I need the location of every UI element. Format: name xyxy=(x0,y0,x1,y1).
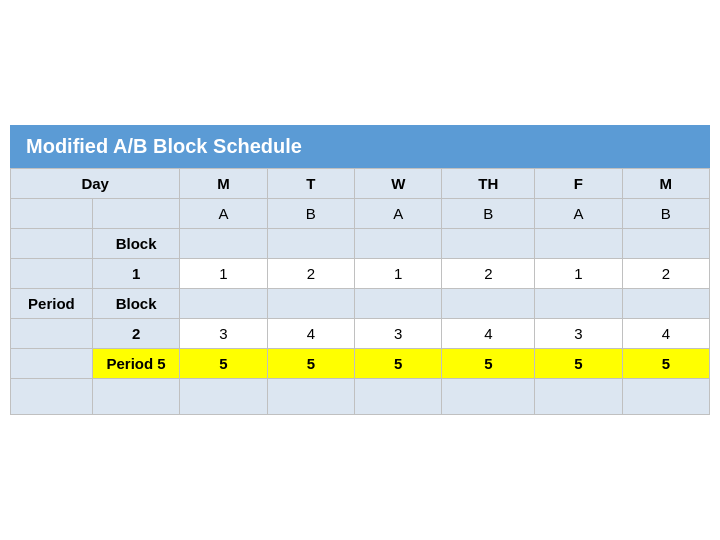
block2-m-empty xyxy=(180,289,267,319)
p1-m2: 2 xyxy=(622,259,709,289)
day-label: Day xyxy=(11,169,180,199)
p5-m2: 5 xyxy=(622,349,709,379)
p2-m2: 4 xyxy=(622,319,709,349)
col-header-t: T xyxy=(267,169,354,199)
p2-period-empty xyxy=(11,319,93,349)
ab-empty-1 xyxy=(11,199,93,229)
p1-th: 2 xyxy=(442,259,535,289)
p5-w: 5 xyxy=(355,349,442,379)
block1-f-empty xyxy=(535,229,622,259)
p1-m: 1 xyxy=(180,259,267,289)
p5-th: 5 xyxy=(442,349,535,379)
bottom-empty-2 xyxy=(92,379,179,415)
p2-f: 3 xyxy=(535,319,622,349)
bottom-empty-7 xyxy=(535,379,622,415)
ab-m2: B xyxy=(622,199,709,229)
block1-w-empty xyxy=(355,229,442,259)
col-header-th: TH xyxy=(442,169,535,199)
p2-row-num: 2 xyxy=(92,319,179,349)
block1-th-empty xyxy=(442,229,535,259)
block2-t-empty xyxy=(267,289,354,319)
bottom-empty-3 xyxy=(180,379,267,415)
col-header-f: F xyxy=(535,169,622,199)
p1-f: 1 xyxy=(535,259,622,289)
bottom-empty-5 xyxy=(355,379,442,415)
p5-f: 5 xyxy=(535,349,622,379)
bottom-empty-1 xyxy=(11,379,93,415)
p1-w: 1 xyxy=(355,259,442,289)
bottom-empty-6 xyxy=(442,379,535,415)
bottom-empty-8 xyxy=(622,379,709,415)
p5-label: Period 5 xyxy=(92,349,179,379)
ab-w: A xyxy=(355,199,442,229)
ab-th: B xyxy=(442,199,535,229)
block2-w-empty xyxy=(355,289,442,319)
bottom-empty-4 xyxy=(267,379,354,415)
col-header-m2: M xyxy=(622,169,709,199)
col-header-m: M xyxy=(180,169,267,199)
p1-period-empty xyxy=(11,259,93,289)
schedule-title: Modified A/B Block Schedule xyxy=(10,125,710,168)
block1-m-empty xyxy=(180,229,267,259)
col-header-w: W xyxy=(355,169,442,199)
p5-period-empty xyxy=(11,349,93,379)
block1-label: Block xyxy=(92,229,179,259)
p1-t: 2 xyxy=(267,259,354,289)
p1-row-num: 1 xyxy=(92,259,179,289)
block2-f-empty xyxy=(535,289,622,319)
block1-m2-empty xyxy=(622,229,709,259)
block1-t-empty xyxy=(267,229,354,259)
p5-t: 5 xyxy=(267,349,354,379)
ab-m: A xyxy=(180,199,267,229)
block2-m2-empty xyxy=(622,289,709,319)
p2-w: 3 xyxy=(355,319,442,349)
block2-label: Block xyxy=(92,289,179,319)
block2-th-empty xyxy=(442,289,535,319)
p2-th: 4 xyxy=(442,319,535,349)
p5-m: 5 xyxy=(180,349,267,379)
block1-period-empty xyxy=(11,229,93,259)
p2-t: 4 xyxy=(267,319,354,349)
p2-m: 3 xyxy=(180,319,267,349)
ab-empty-2 xyxy=(92,199,179,229)
ab-t: B xyxy=(267,199,354,229)
ab-f: A xyxy=(535,199,622,229)
period2-label: Period xyxy=(11,289,93,319)
